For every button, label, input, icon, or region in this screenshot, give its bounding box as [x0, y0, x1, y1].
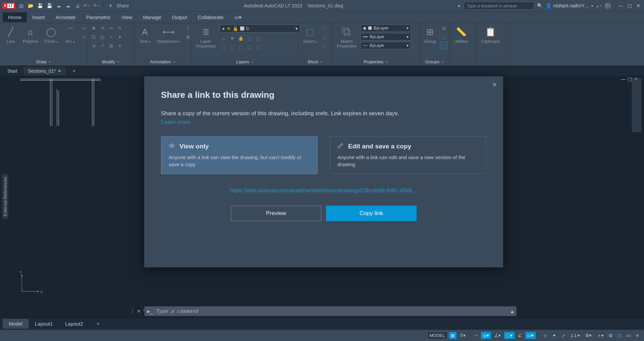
status-qp-icon[interactable]: ⧉: [607, 332, 614, 339]
tool-arc[interactable]: ⌒Arc: [62, 24, 78, 45]
send-icon[interactable]: ✈: [107, 2, 114, 9]
navigation-bar[interactable]: [632, 78, 641, 132]
ungroup-icon[interactable]: ⊟: [440, 24, 447, 32]
offset-icon[interactable]: ≡: [116, 42, 123, 49]
move-icon[interactable]: ✥: [90, 24, 97, 32]
tool-polyline[interactable]: ⩍Polyline: [21, 24, 40, 45]
status-units-icon[interactable]: ⊡: [615, 332, 623, 339]
mini-tool[interactable]: ⬚: [246, 35, 253, 42]
status-tpy-icon[interactable]: ⊘: [541, 332, 549, 339]
mini-tool[interactable]: ⬚: [255, 35, 262, 42]
erase-icon[interactable]: ✎: [116, 24, 123, 32]
attr-icon[interactable]: ⬚: [321, 42, 328, 49]
tool-text[interactable]: AText: [137, 24, 153, 45]
tool-layer-properties[interactable]: ≣Layer Properties: [194, 24, 218, 50]
linetype-dropdown[interactable]: ╌╌ByLayer▾: [361, 42, 411, 49]
tab-new[interactable]: ＋: [67, 67, 81, 75]
autodesk-app-icon[interactable]: ⟁: [595, 2, 602, 9]
tab-collaborate[interactable]: Collaborate: [193, 12, 229, 22]
status-customize-icon[interactable]: ≡: [634, 332, 641, 339]
tab-close-icon[interactable]: ✕: [58, 69, 61, 73]
status-plus-icon[interactable]: ＋▾: [595, 332, 606, 340]
leader-icon[interactable]: ⤴: [184, 24, 192, 32]
save-icon[interactable]: 💾: [36, 2, 44, 9]
tab-view[interactable]: View: [116, 12, 138, 22]
edit-block-icon[interactable]: ⬚: [321, 33, 328, 41]
tab-output[interactable]: Output: [167, 12, 193, 22]
web-save-icon[interactable]: ☁: [64, 2, 72, 9]
tab-start[interactable]: Start: [3, 67, 22, 75]
group-select-icon[interactable]: ⬚: [440, 42, 447, 49]
tool-insert[interactable]: ⬚Insert: [301, 24, 319, 45]
mini-tool[interactable]: 🔒: [237, 35, 245, 42]
user-menu[interactable]: 👤 nishant.naikVY… ▾: [546, 3, 593, 8]
table-icon[interactable]: ⊞: [184, 33, 192, 41]
copy-link-button[interactable]: Copy link: [326, 206, 417, 221]
web-open-icon[interactable]: ☁: [55, 2, 62, 9]
undo-icon[interactable]: ↶: [83, 2, 91, 9]
tool-group[interactable]: ⊞Group: [422, 24, 438, 45]
create-block-icon[interactable]: ⬚: [321, 24, 328, 32]
tab-parametric[interactable]: Parametric: [81, 12, 116, 22]
status-clean-icon[interactable]: ▭: [625, 332, 633, 339]
tool-match-properties[interactable]: ⿻Match Properties: [335, 24, 359, 50]
tool-dimension[interactable]: ⟷Dimension: [155, 24, 182, 45]
learn-more-link[interactable]: Learn more: [161, 119, 190, 126]
rotate-icon[interactable]: ⟲: [99, 24, 106, 32]
vp-restore-icon[interactable]: ▢: [628, 76, 632, 82]
cmd-menu-icon[interactable]: ⋮: [130, 309, 135, 314]
share-url[interactable]: https://web.autocad.com/acad/me/sid/shar…: [161, 188, 486, 194]
maximize-button[interactable]: ▢: [626, 2, 633, 9]
tool-circle[interactable]: ◯Circle: [42, 24, 60, 45]
panel-title-properties[interactable]: Properties: [335, 59, 416, 65]
panel-title-groups[interactable]: Groups: [422, 59, 446, 65]
tab-file[interactable]: Sections_01* ✕: [23, 67, 66, 75]
plot-icon[interactable]: 🖨: [74, 2, 81, 9]
tab-insert[interactable]: Insert: [27, 12, 50, 22]
mini-tool[interactable]: ⬚: [246, 43, 253, 51]
tool-utilities[interactable]: 📏Utilities: [452, 24, 470, 45]
status-snap-icon[interactable]: ⠿▾: [458, 332, 468, 339]
vp-minimize-icon[interactable]: —: [621, 76, 626, 82]
group-edit-icon[interactable]: ⬚: [440, 33, 447, 41]
dialog-close-button[interactable]: ✕: [492, 81, 497, 88]
panel-title-modify[interactable]: Modify: [90, 59, 131, 65]
status-lwt-icon[interactable]: ▭▾: [525, 332, 536, 339]
mini-tool[interactable]: ▱: [80, 33, 88, 41]
array-icon[interactable]: ⊞: [107, 42, 115, 49]
mini-tool[interactable]: ⬚: [237, 43, 245, 51]
status-scale[interactable]: 1:1▾: [569, 332, 582, 339]
layout-2[interactable]: Layout2: [59, 319, 89, 329]
saveas-icon[interactable]: 💾: [46, 2, 53, 9]
panel-title-block[interactable]: Block: [301, 59, 329, 65]
minimize-button[interactable]: —: [617, 2, 625, 9]
tab-extra-icon[interactable]: ▭▾: [229, 12, 247, 22]
layout-add[interactable]: ＋: [90, 319, 107, 329]
status-polar-icon[interactable]: ⊙▾: [481, 332, 491, 339]
mini-tool[interactable]: ∿: [80, 24, 88, 32]
layout-1[interactable]: Layout1: [29, 319, 59, 329]
close-button[interactable]: ✕: [635, 2, 642, 9]
panel-title-annotation[interactable]: Annotation: [137, 59, 188, 65]
status-model[interactable]: MODEL: [427, 332, 447, 339]
tool-line[interactable]: ╱Line: [3, 24, 19, 45]
status-otrack-icon[interactable]: ∠: [516, 332, 524, 339]
mini-tool[interactable]: ⬚: [220, 43, 227, 51]
mini-tool[interactable]: ☼: [220, 35, 227, 42]
preview-button[interactable]: Preview: [231, 206, 321, 221]
explode-icon[interactable]: ✦: [116, 33, 123, 41]
search-input[interactable]: Type a keyword or phrase: [464, 2, 534, 10]
panel-title-draw[interactable]: Draw: [3, 59, 84, 65]
redo-icon[interactable]: ↷: [93, 2, 100, 9]
status-iso-icon[interactable]: ∠▾: [492, 332, 503, 339]
share-label[interactable]: Share: [116, 2, 129, 9]
search-caret-icon[interactable]: ▸: [458, 3, 461, 8]
status-anno-icon[interactable]: ✦: [550, 332, 558, 339]
mini-tool[interactable]: ❄: [228, 35, 236, 42]
layout-model[interactable]: Model: [3, 319, 29, 329]
open-icon[interactable]: 📂: [27, 2, 34, 9]
xref-palette-tab[interactable]: External References: [2, 174, 8, 219]
tab-manage[interactable]: Manage: [138, 12, 166, 22]
command-line[interactable]: ▸_ Type a command ▴: [144, 306, 517, 316]
cmd-close-icon[interactable]: ✕: [137, 309, 141, 314]
